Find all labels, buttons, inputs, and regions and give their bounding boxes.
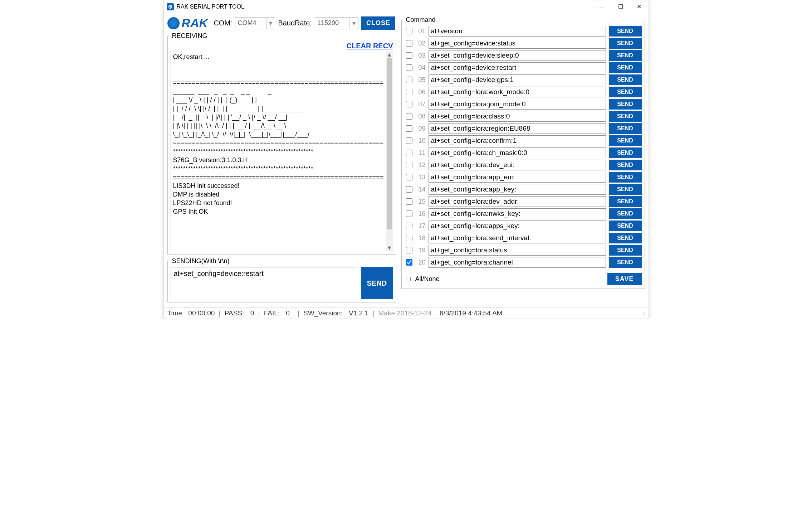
command-send-button[interactable]: SEND [609, 196, 642, 207]
command-checkbox[interactable] [406, 113, 412, 120]
command-input[interactable] [429, 208, 606, 219]
command-send-button[interactable]: SEND [609, 172, 642, 183]
command-send-button[interactable]: SEND [609, 135, 642, 146]
command-row: 06SEND [405, 87, 642, 97]
command-send-button[interactable]: SEND [609, 245, 642, 256]
command-send-button[interactable]: SEND [609, 50, 642, 61]
command-checkbox[interactable] [406, 89, 412, 95]
command-checkbox[interactable] [406, 150, 412, 156]
command-input[interactable] [429, 257, 606, 268]
command-row: 14SEND [405, 184, 642, 195]
command-checkbox[interactable] [406, 125, 412, 132]
command-input[interactable] [429, 135, 606, 146]
scroll-down-icon[interactable]: ▾ [386, 244, 393, 251]
command-send-button[interactable]: SEND [609, 111, 642, 122]
command-send-button[interactable]: SEND [609, 208, 642, 219]
baud-select[interactable]: ▾ [315, 17, 358, 29]
command-input[interactable] [429, 172, 606, 183]
command-input[interactable] [429, 111, 606, 122]
command-checkbox[interactable] [406, 235, 412, 241]
command-checkbox[interactable] [406, 77, 412, 83]
command-send-button[interactable]: SEND [609, 257, 642, 268]
command-number: 02 [416, 40, 426, 47]
maximize-button[interactable]: ☐ [611, 0, 630, 13]
command-number: 19 [416, 247, 426, 254]
command-send-button[interactable]: SEND [609, 184, 642, 195]
status-pass-value: 0 [250, 309, 254, 317]
command-checkbox[interactable] [406, 198, 412, 205]
command-number: 08 [416, 113, 426, 120]
command-send-button[interactable]: SEND [609, 123, 642, 134]
command-number: 15 [416, 198, 426, 205]
all-none-checkbox[interactable] [406, 277, 411, 281]
chevron-down-icon[interactable]: ▾ [266, 18, 275, 29]
command-checkbox[interactable] [406, 210, 412, 217]
clear-recv-link[interactable]: CLEAR RECV [346, 42, 393, 50]
scroll-up-icon[interactable]: ▴ [386, 51, 393, 58]
command-input[interactable] [429, 221, 606, 231]
command-send-button[interactable]: SEND [609, 62, 642, 73]
command-input[interactable] [429, 160, 606, 170]
command-checkbox[interactable] [406, 174, 412, 180]
command-checkbox[interactable] [406, 186, 412, 193]
command-row: 09SEND [405, 123, 642, 134]
minimize-button[interactable]: — [593, 0, 611, 13]
command-checkbox[interactable] [406, 247, 412, 253]
command-input[interactable] [429, 123, 606, 134]
close-window-button[interactable]: ✕ [630, 0, 649, 13]
scrollbar[interactable]: ▴ ▾ [386, 51, 393, 251]
command-input[interactable] [429, 99, 606, 110]
sending-input[interactable]: at+set_config=device:restart [171, 267, 358, 299]
command-checkbox[interactable] [406, 52, 412, 59]
com-select[interactable]: ▾ [235, 17, 275, 29]
command-send-button[interactable]: SEND [609, 160, 642, 170]
command-checkbox[interactable] [406, 259, 412, 266]
command-number: 20 [416, 259, 426, 266]
command-input[interactable] [429, 196, 606, 207]
command-row: 03SEND [405, 50, 642, 61]
chevron-down-icon[interactable]: ▾ [349, 18, 358, 29]
command-send-button[interactable]: SEND [609, 147, 642, 158]
command-input[interactable] [429, 74, 606, 85]
command-checkbox[interactable] [406, 137, 412, 144]
command-send-button[interactable]: SEND [609, 221, 642, 231]
command-checkbox[interactable] [406, 101, 412, 107]
baud-value[interactable] [315, 18, 349, 29]
command-input[interactable] [429, 87, 606, 97]
command-input[interactable] [429, 50, 606, 61]
command-checkbox[interactable] [406, 40, 412, 47]
command-checkbox[interactable] [406, 28, 412, 34]
logo-icon [167, 17, 180, 29]
status-time-label: Time [167, 309, 182, 317]
command-input[interactable] [429, 147, 606, 158]
command-send-button[interactable]: SEND [609, 233, 642, 243]
command-input[interactable] [429, 245, 606, 256]
command-number: 01 [416, 28, 426, 35]
send-button[interactable]: SEND [361, 267, 393, 299]
connection-toolbar: RAK COM: ▾ BaudRate: ▾ CLOSE [167, 16, 396, 30]
command-input[interactable] [429, 38, 606, 49]
receiving-panel: RECEIVING CLEAR RECV OK,restart ... ====… [167, 32, 396, 255]
command-send-button[interactable]: SEND [609, 38, 642, 49]
window-controls: — ☐ ✕ [593, 0, 649, 13]
resize-grip-icon[interactable]: .:: [643, 310, 645, 316]
command-send-button[interactable]: SEND [609, 99, 642, 110]
command-send-button[interactable]: SEND [609, 26, 642, 37]
command-send-button[interactable]: SEND [609, 74, 642, 85]
save-button[interactable]: SAVE [607, 273, 642, 285]
receiving-textarea[interactable]: OK,restart ... =========================… [171, 51, 393, 251]
command-input[interactable] [429, 233, 606, 243]
command-input[interactable] [429, 184, 606, 195]
scroll-thumb[interactable] [387, 58, 392, 229]
com-value[interactable] [235, 18, 266, 29]
command-number: 13 [416, 174, 426, 181]
command-row: 16SEND [405, 208, 642, 219]
command-input[interactable] [429, 62, 606, 73]
command-checkbox[interactable] [406, 223, 412, 229]
command-send-button[interactable]: SEND [609, 87, 642, 97]
status-bar: Time 00:00:00 | PASS: 0 | FAIL: 0 | SW_V… [164, 307, 649, 319]
command-checkbox[interactable] [406, 64, 412, 71]
command-checkbox[interactable] [406, 162, 412, 168]
command-input[interactable] [429, 26, 606, 37]
close-port-button[interactable]: CLOSE [361, 16, 395, 30]
